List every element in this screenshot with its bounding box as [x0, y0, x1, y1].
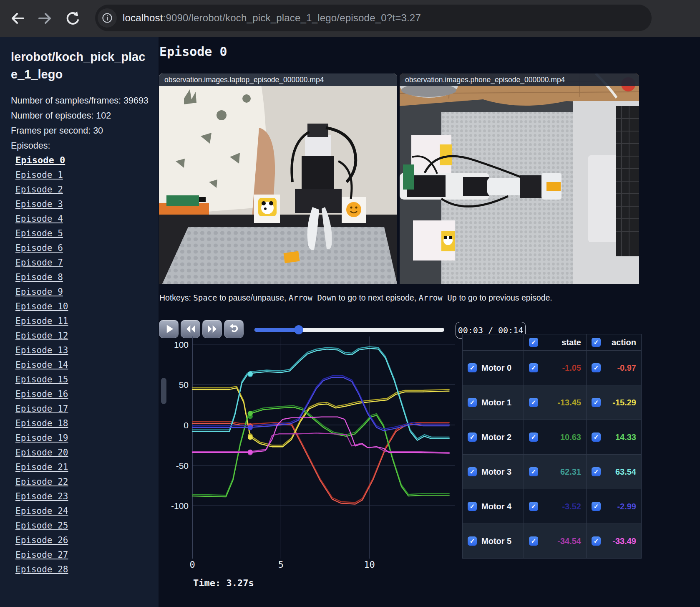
svg-text:0: 0 — [189, 559, 195, 570]
chart-time-label: Time: 3.27s — [193, 578, 254, 588]
checkbox[interactable]: ✓ — [468, 536, 477, 546]
loop-icon — [228, 323, 240, 335]
back-icon[interactable] — [8, 8, 28, 28]
motor-label: Motor 0 — [481, 363, 519, 373]
motor-label: Motor 2 — [481, 432, 519, 442]
checkbox[interactable]: ✓ — [592, 398, 601, 407]
motor-action-value: -0.97 — [604, 363, 636, 373]
checkbox[interactable]: ✓ — [468, 502, 477, 511]
checkbox[interactable]: ✓ — [468, 467, 477, 476]
checkbox[interactable]: ✓ — [529, 432, 538, 442]
episode-link[interactable]: Episode 26 — [15, 535, 68, 545]
episode-link[interactable]: Episode 0 — [15, 155, 65, 165]
sidebar: lerobot/koch_pick_place_1_lego Number of… — [0, 37, 159, 607]
motor-label: Motor 3 — [481, 467, 519, 477]
motor-state-value: -13.45 — [541, 398, 581, 407]
motor-state-value: -3.52 — [541, 502, 581, 511]
checkbox[interactable]: ✓ — [592, 338, 601, 347]
hotkey-arrow-up: Arrow Up — [419, 293, 457, 302]
hotkeys-help: Hotkeys: Space to pause/unpause, Arrow D… — [159, 293, 552, 303]
motor-label: Motor 4 — [481, 502, 519, 511]
episode-link[interactable]: Episode 11 — [15, 316, 68, 326]
motor-chart: 100500-50-1000510 — [159, 334, 456, 584]
checkbox[interactable]: ✓ — [468, 398, 477, 407]
stat-samples: Number of samples/frames: 39693 — [11, 93, 149, 108]
episode-link[interactable]: Episode 8 — [15, 272, 63, 282]
episode-link[interactable]: Episode 17 — [15, 404, 68, 414]
motor-label: Motor 5 — [481, 536, 519, 546]
episode-link[interactable]: Episode 2 — [15, 185, 63, 195]
episode-link[interactable]: Episode 13 — [15, 345, 68, 355]
checkbox[interactable]: ✓ — [592, 363, 601, 372]
checkbox[interactable]: ✓ — [529, 502, 538, 511]
forward-icon[interactable] — [35, 8, 55, 28]
episode-link[interactable]: Episode 1 — [15, 170, 63, 180]
page-title: Episode 0 — [159, 44, 227, 59]
motor-row: ✓Motor 5✓-34.54✓-33.49 — [463, 524, 642, 559]
video-phone[interactable]: observation.images.phone_episode_000000.… — [400, 73, 639, 284]
dataset-title: lerobot/koch_pick_place_1_lego — [11, 48, 149, 83]
motor-row: ✓Motor 4✓-3.52✓-2.99 — [463, 489, 642, 524]
checkbox[interactable]: ✓ — [592, 536, 601, 546]
episode-link[interactable]: Episode 7 — [15, 258, 63, 268]
episode-link[interactable]: Episode 19 — [15, 433, 68, 443]
episode-link[interactable]: Episode 21 — [15, 462, 68, 472]
episode-link[interactable]: Episode 6 — [15, 243, 63, 253]
url-bar[interactable]: localhost:9090/lerobot/koch_pick_place_1… — [95, 5, 652, 31]
episode-link[interactable]: Episode 23 — [15, 491, 68, 501]
episode-link[interactable]: Episode 25 — [15, 521, 68, 531]
seek-slider-fill — [254, 328, 299, 332]
dataset-stats: Number of samples/frames: 39693 Number o… — [11, 93, 149, 153]
checkbox[interactable]: ✓ — [468, 363, 477, 372]
checkbox[interactable]: ✓ — [592, 502, 601, 511]
video-laptop[interactable]: observation.images.laptop_episode_000000… — [159, 73, 397, 284]
checkbox[interactable]: ✓ — [529, 536, 538, 546]
column-header-state: state — [562, 338, 581, 347]
svg-text:50: 50 — [179, 380, 189, 389]
episode-link[interactable]: Episode 24 — [15, 506, 68, 516]
motor-action-value: -33.49 — [604, 536, 636, 546]
reload-icon[interactable] — [63, 8, 83, 28]
seek-slider-thumb[interactable] — [294, 325, 303, 334]
hotkey-space: Space — [193, 293, 217, 302]
svg-text:100: 100 — [174, 340, 189, 349]
checkbox[interactable]: ✓ — [592, 467, 601, 476]
episode-link[interactable]: Episode 10 — [15, 301, 68, 311]
episode-link[interactable]: Episode 22 — [15, 477, 68, 487]
episode-link[interactable]: Episode 16 — [15, 389, 68, 399]
svg-text:0: 0 — [184, 420, 189, 430]
video-laptop-frame — [159, 73, 397, 284]
svg-text:-100: -100 — [171, 501, 189, 511]
checkbox[interactable]: ✓ — [529, 398, 538, 407]
url-text: localhost:9090/lerobot/koch_pick_place_1… — [123, 12, 421, 24]
checkbox[interactable]: ✓ — [592, 432, 601, 442]
episode-link[interactable]: Episode 18 — [15, 418, 68, 428]
checkbox[interactable]: ✓ — [529, 338, 538, 347]
rewind-icon — [184, 323, 197, 335]
episode-link[interactable]: Episode 4 — [15, 214, 63, 224]
episode-link[interactable]: Episode 5 — [15, 228, 63, 238]
episode-link[interactable]: Episode 3 — [15, 199, 63, 209]
site-info-icon[interactable] — [98, 8, 117, 28]
checkbox[interactable]: ✓ — [529, 467, 538, 476]
episode-link[interactable]: Episode 12 — [15, 331, 68, 341]
play-icon — [163, 323, 175, 335]
fast-forward-icon — [206, 323, 219, 335]
episode-link[interactable]: Episode 20 — [15, 448, 68, 458]
motor-action-value: 63.54 — [604, 467, 636, 477]
motor-state-value: 10.63 — [541, 432, 581, 442]
motor-action-value: 14.33 — [604, 432, 636, 442]
episode-link[interactable]: Episode 27 — [15, 550, 68, 560]
svg-text:10: 10 — [364, 559, 375, 570]
motor-label: Motor 1 — [481, 398, 519, 407]
motor-state-value: -34.54 — [541, 536, 581, 546]
checkbox[interactable]: ✓ — [468, 432, 477, 442]
motor-state-value: -1.05 — [541, 363, 581, 373]
episode-link[interactable]: Episode 14 — [15, 360, 68, 370]
svg-text:5: 5 — [278, 559, 284, 570]
seek-slider[interactable] — [254, 328, 444, 332]
episode-link[interactable]: Episode 15 — [15, 374, 68, 384]
checkbox[interactable]: ✓ — [529, 363, 538, 372]
episode-link[interactable]: Episode 28 — [15, 564, 68, 574]
episode-link[interactable]: Episode 9 — [15, 287, 63, 297]
